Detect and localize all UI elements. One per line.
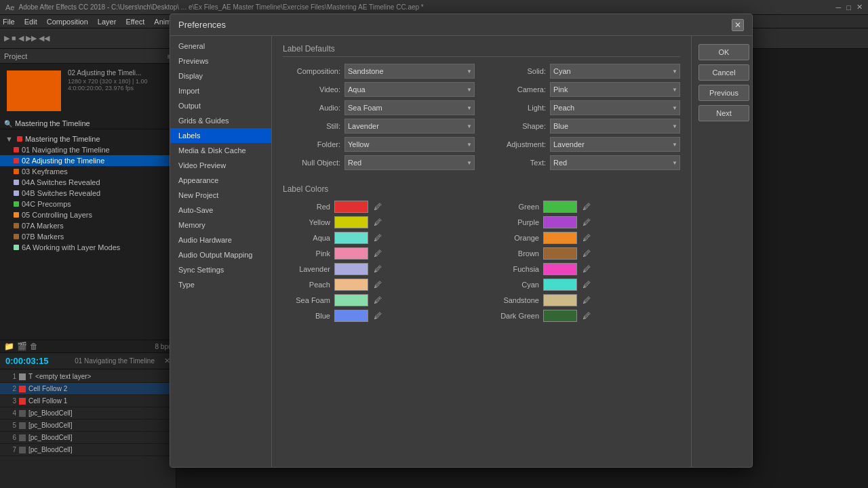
nav-item-previews[interactable]: Previews xyxy=(170,54,271,68)
eyedropper-peach[interactable]: 🖉 xyxy=(372,279,383,290)
camera-select[interactable]: Pink xyxy=(550,82,680,97)
color-swatch-purple[interactable] xyxy=(543,216,577,228)
list-item[interactable]: 02 Adjusting the Timeline xyxy=(0,155,176,166)
video-select[interactable]: Aqua xyxy=(344,82,475,97)
eyedropper-red[interactable]: 🖉 xyxy=(372,201,383,212)
menu-effect[interactable]: Effect xyxy=(125,18,144,26)
nav-item-audio-output-mapping[interactable]: Audio Output Mapping xyxy=(170,247,271,262)
dialog-close-button[interactable]: ✕ xyxy=(732,19,744,31)
menu-edit[interactable]: Edit xyxy=(24,18,37,26)
list-item[interactable]: 04A Switches Revealed xyxy=(0,177,176,188)
eyedropper-sea-foam[interactable]: 🖉 xyxy=(372,295,383,306)
layer-item[interactable]: 6 [pc_BloodCell] xyxy=(0,432,176,444)
eyedropper-fuchsia[interactable]: 🖉 xyxy=(581,264,592,274)
still-select[interactable]: Lavender xyxy=(344,119,475,134)
shape-select[interactable]: Blue xyxy=(550,119,680,134)
nav-item-video-preview[interactable]: Video Preview xyxy=(170,158,271,173)
color-swatch-blue[interactable] xyxy=(334,310,368,322)
eyedropper-yellow[interactable]: 🖉 xyxy=(372,217,383,228)
menu-layer[interactable]: Layer xyxy=(98,18,117,26)
eyedropper-orange[interactable]: 🖉 xyxy=(581,232,592,243)
nav-item-audio-hardware[interactable]: Audio Hardware xyxy=(170,232,271,247)
color-swatch-green[interactable] xyxy=(543,201,577,213)
eyedropper-green[interactable]: 🖉 xyxy=(581,201,592,212)
layer-item[interactable]: 7 [pc_BloodCell] xyxy=(0,444,176,456)
color-swatch-cyan[interactable] xyxy=(543,279,577,291)
ok-button[interactable]: OK xyxy=(698,44,749,60)
layer-item[interactable]: 2 Cell Follow 2 xyxy=(0,383,176,395)
eyedropper-purple[interactable]: 🖉 xyxy=(581,217,592,228)
nav-item-output[interactable]: Output xyxy=(170,98,271,113)
layer-item[interactable]: 4 [pc_BloodCell] xyxy=(0,407,176,420)
color-swatch-fuchsia[interactable] xyxy=(543,263,577,275)
color-swatch-red[interactable] xyxy=(334,201,368,213)
color-swatch-yellow[interactable] xyxy=(334,216,368,228)
eyedropper-aqua[interactable]: 🖉 xyxy=(372,232,383,243)
audio-select[interactable]: Sea Foam xyxy=(344,100,475,115)
list-item[interactable]: 04B Switches Revealed xyxy=(0,188,176,199)
nav-item-import[interactable]: Import xyxy=(170,83,271,98)
new-item-icon[interactable]: 🎬 xyxy=(17,342,27,351)
color-swatch-pink[interactable] xyxy=(334,247,368,260)
list-item[interactable]: 07B Markers xyxy=(0,231,176,242)
new-folder-icon[interactable]: 📁 xyxy=(4,342,14,351)
nav-item-memory[interactable]: Memory xyxy=(170,218,271,232)
list-item[interactable]: 04C Precomps xyxy=(0,199,176,209)
color-row-sea-foam: Sea Foam 🖉 xyxy=(283,294,471,306)
nav-item-appearance[interactable]: Appearance xyxy=(170,173,271,188)
solid-select[interactable]: Cyan xyxy=(550,64,680,79)
layer-item[interactable]: 1 T <empty text layer> xyxy=(0,371,176,383)
list-item[interactable]: 07A Markers xyxy=(0,220,176,231)
delete-icon[interactable]: 🗑 xyxy=(30,342,38,351)
menu-composition[interactable]: Composition xyxy=(47,18,88,26)
layer-item[interactable]: 5 [pc_BloodCell] xyxy=(0,420,176,432)
list-item[interactable]: ▼ Mastering the Timeline xyxy=(0,134,176,144)
color-swatch-sea-foam[interactable] xyxy=(334,294,368,306)
maximize-icon[interactable]: □ xyxy=(846,3,851,12)
nav-item-display[interactable]: Display xyxy=(170,68,271,83)
text-select[interactable]: Red xyxy=(550,155,680,170)
eyedropper-brown[interactable]: 🖉 xyxy=(581,248,592,259)
adjustment-select[interactable]: Lavender xyxy=(550,137,680,152)
list-item[interactable]: 03 Keyframes xyxy=(0,166,176,177)
color-swatch-aqua[interactable] xyxy=(334,232,368,244)
nav-item-media-disk-cache[interactable]: Media & Disk Cache xyxy=(170,143,271,158)
color-swatch-dark-green[interactable] xyxy=(543,310,577,322)
color-swatch-brown[interactable] xyxy=(543,247,577,260)
composition-select[interactable]: Sandstone xyxy=(344,64,475,79)
nav-item-grids-guides[interactable]: Grids & Guides xyxy=(170,113,271,128)
nav-item-type[interactable]: Type xyxy=(170,277,271,292)
color-swatch-lavender[interactable] xyxy=(334,263,368,275)
color-label-brown: Brown xyxy=(492,249,539,258)
nav-item-auto-save[interactable]: Auto-Save xyxy=(170,203,271,218)
color-swatch-sandstone[interactable] xyxy=(543,294,577,306)
next-button[interactable]: Next xyxy=(698,105,749,121)
eyedropper-lavender[interactable]: 🖉 xyxy=(372,264,383,274)
nav-item-new-project[interactable]: New Project xyxy=(170,188,271,203)
minimize-icon[interactable]: ─ xyxy=(836,3,842,12)
nav-item-sync-settings[interactable]: Sync Settings xyxy=(170,262,271,277)
eyedropper-cyan[interactable]: 🖉 xyxy=(581,279,592,290)
menu-file[interactable]: File xyxy=(3,18,15,26)
list-item[interactable]: 6A Working with Layer Modes xyxy=(0,242,176,253)
eyedropper-dark-green[interactable]: 🖉 xyxy=(581,310,592,321)
eyedropper-blue[interactable]: 🖉 xyxy=(372,310,383,321)
nav-item-general[interactable]: General xyxy=(170,39,271,54)
eyedropper-sandstone[interactable]: 🖉 xyxy=(581,295,592,306)
eyedropper-pink[interactable]: 🖉 xyxy=(372,248,383,259)
list-item[interactable]: 01 Navigating the Timeline xyxy=(0,144,176,155)
color-swatch-peach[interactable] xyxy=(334,279,368,291)
light-select[interactable]: Peach xyxy=(550,100,680,115)
nav-item-labels[interactable]: Labels xyxy=(170,128,271,143)
folder-select[interactable]: Yellow xyxy=(344,137,475,152)
list-item[interactable]: 05 Controlling Layers xyxy=(0,209,176,220)
text-select-wrapper: Red xyxy=(550,155,680,170)
label-row-text: Text: Red xyxy=(488,155,680,170)
null-object-select[interactable]: Red xyxy=(344,155,475,170)
previous-button[interactable]: Previous xyxy=(698,85,749,101)
cancel-button[interactable]: Cancel xyxy=(698,64,749,81)
color-swatch-orange[interactable] xyxy=(543,232,577,244)
layer-item[interactable]: 3 Cell Follow 1 xyxy=(0,395,176,407)
project-name: Mastering the Timeline xyxy=(15,119,90,127)
close-icon[interactable]: ✕ xyxy=(856,3,863,12)
